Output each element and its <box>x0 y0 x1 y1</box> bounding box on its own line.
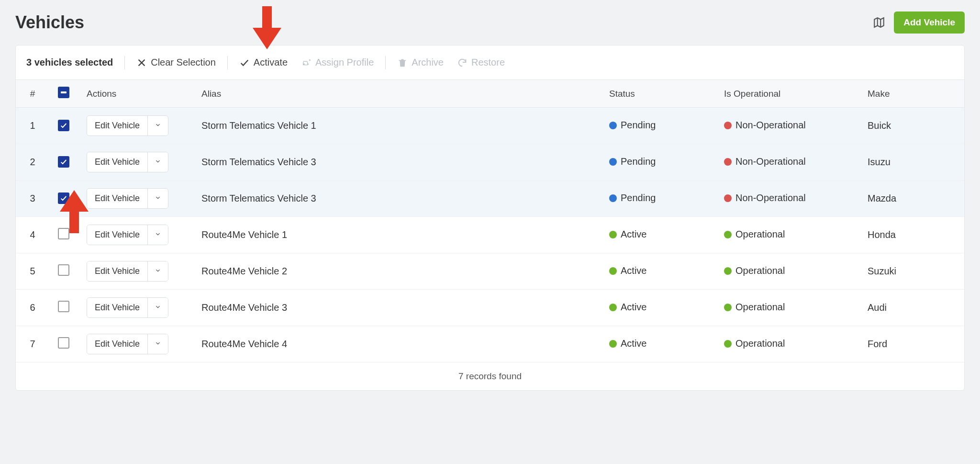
table-row: 1Edit VehicleStorm Telematics Vehicle 1P… <box>16 108 964 144</box>
cell-operational: Non-Operational <box>715 108 859 144</box>
trash-icon <box>397 57 408 68</box>
operational-dot-icon <box>724 122 732 129</box>
vehicle-assign-icon <box>301 57 312 68</box>
col-header-status: Status <box>601 80 715 108</box>
cell-alias: Route4Me Vehicle 3 <box>193 290 601 326</box>
cell-alias: Route4Me Vehicle 1 <box>193 217 601 253</box>
status-text: Active <box>621 265 646 276</box>
edit-vehicle-dropdown[interactable] <box>147 334 168 354</box>
cell-status: Pending <box>601 144 715 181</box>
cell-operational: Operational <box>715 253 859 290</box>
status-text: Active <box>621 302 646 313</box>
edit-vehicle-button[interactable]: Edit Vehicle <box>87 298 147 317</box>
clear-selection-button[interactable]: Clear Selection <box>132 54 221 71</box>
col-header-number: # <box>16 80 49 108</box>
chevron-down-icon <box>155 122 161 130</box>
edit-vehicle-dropdown[interactable] <box>147 189 168 208</box>
cell-status: Active <box>601 217 715 253</box>
operational-text: Non-Operational <box>735 156 806 167</box>
table-row: 2Edit VehicleStorm Telematics Vehicle 3P… <box>16 144 964 181</box>
chevron-down-icon <box>155 267 161 275</box>
status-dot-icon <box>609 194 617 202</box>
edit-vehicle-dropdown[interactable] <box>147 225 168 245</box>
row-number: 7 <box>16 326 49 362</box>
status-text: Active <box>621 229 646 240</box>
chevron-down-icon <box>155 194 161 203</box>
operational-dot-icon <box>724 267 732 275</box>
close-icon <box>136 57 147 68</box>
edit-vehicle-button[interactable]: Edit Vehicle <box>87 334 147 354</box>
separator <box>227 56 228 69</box>
activate-button[interactable]: Activate <box>234 54 292 71</box>
cell-operational: Operational <box>715 326 859 362</box>
toolbar: 3 vehicles selected Clear Selection Acti… <box>16 45 964 80</box>
header-actions: Add Vehicle <box>873 11 965 34</box>
cell-make: Suzuki <box>859 253 964 290</box>
cell-status: Active <box>601 253 715 290</box>
cell-status: Active <box>601 326 715 362</box>
cell-make: Ford <box>859 326 964 362</box>
table-row: 5Edit VehicleRoute4Me Vehicle 2ActiveOpe… <box>16 253 964 290</box>
cell-alias: Route4Me Vehicle 2 <box>193 253 601 290</box>
edit-vehicle-button[interactable]: Edit Vehicle <box>87 261 147 281</box>
select-all-checkbox[interactable] <box>58 87 69 98</box>
selected-count-label: 3 vehicles selected <box>26 57 113 68</box>
refresh-icon <box>457 57 468 68</box>
operational-dot-icon <box>724 158 732 166</box>
separator <box>124 56 125 69</box>
status-text: Pending <box>621 156 656 167</box>
edit-vehicle-dropdown[interactable] <box>147 116 168 136</box>
status-dot-icon <box>609 122 617 129</box>
col-header-make: Make <box>859 80 964 108</box>
status-dot-icon <box>609 158 617 166</box>
table-row: 6Edit VehicleRoute4Me Vehicle 3ActiveOpe… <box>16 290 964 326</box>
edit-vehicle-button[interactable]: Edit Vehicle <box>87 152 147 172</box>
activate-label: Activate <box>254 57 288 68</box>
edit-vehicle-dropdown[interactable] <box>147 298 168 317</box>
edit-vehicle-button[interactable]: Edit Vehicle <box>87 116 147 136</box>
col-header-operational: Is Operational <box>715 80 859 108</box>
cell-make: Isuzu <box>859 144 964 181</box>
operational-text: Operational <box>735 338 785 349</box>
archive-button: Archive <box>392 54 448 71</box>
row-checkbox[interactable] <box>58 264 69 276</box>
check-icon <box>239 57 250 68</box>
table-row: 4Edit VehicleRoute4Me Vehicle 1ActiveOpe… <box>16 217 964 253</box>
col-header-checkbox <box>49 80 78 108</box>
cell-status: Pending <box>601 181 715 217</box>
row-checkbox[interactable] <box>58 156 69 168</box>
col-header-alias: Alias <box>193 80 601 108</box>
records-found-label: 7 records found <box>16 362 964 390</box>
chevron-down-icon <box>155 340 161 348</box>
cell-make: Buick <box>859 108 964 144</box>
add-vehicle-button[interactable]: Add Vehicle <box>894 11 965 34</box>
row-number: 5 <box>16 253 49 290</box>
edit-vehicle-dropdown[interactable] <box>147 261 168 281</box>
archive-label: Archive <box>412 57 444 68</box>
restore-button: Restore <box>452 54 510 71</box>
page-header: Vehicles Add Vehicle <box>15 11 965 34</box>
svg-marker-0 <box>875 18 884 27</box>
cell-operational: Non-Operational <box>715 181 859 217</box>
chevron-down-icon <box>155 231 161 239</box>
status-dot-icon <box>609 304 617 311</box>
assign-profile-label: Assign Profile <box>315 57 374 68</box>
edit-vehicle-button[interactable]: Edit Vehicle <box>87 225 147 245</box>
page-title: Vehicles <box>15 12 84 33</box>
status-text: Pending <box>621 120 656 131</box>
row-checkbox[interactable] <box>58 337 69 349</box>
edit-vehicle-button[interactable]: Edit Vehicle <box>87 189 147 208</box>
col-header-actions: Actions <box>78 80 193 108</box>
row-checkbox[interactable] <box>58 120 69 131</box>
cell-alias: Storm Telematics Vehicle 3 <box>193 181 601 217</box>
edit-vehicle-dropdown[interactable] <box>147 152 168 172</box>
status-text: Active <box>621 338 646 349</box>
separator <box>385 56 386 69</box>
operational-dot-icon <box>724 231 732 238</box>
vehicles-table: # Actions Alias Status Is Operational Ma… <box>16 80 964 362</box>
vehicles-panel: 3 vehicles selected Clear Selection Acti… <box>15 45 965 391</box>
map-icon[interactable] <box>873 16 885 29</box>
operational-dot-icon <box>724 194 732 202</box>
row-checkbox[interactable] <box>58 301 69 312</box>
status-dot-icon <box>609 231 617 238</box>
